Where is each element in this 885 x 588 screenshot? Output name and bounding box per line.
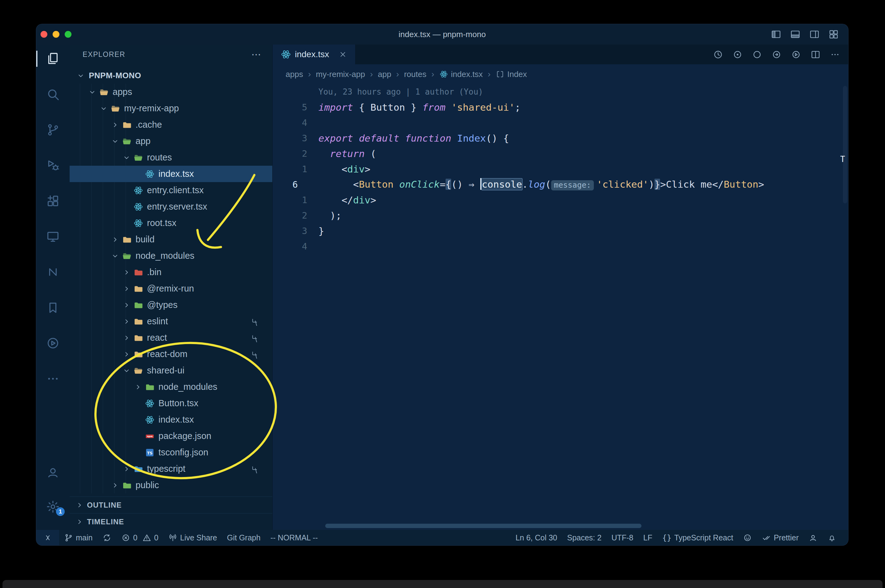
- status-remote-feedback[interactable]: [804, 530, 822, 545]
- status-live-share[interactable]: Live Share: [163, 530, 222, 545]
- tree-item-entry-client-tsx[interactable]: entry.client.tsx: [70, 182, 272, 198]
- status-tweet-feedback[interactable]: [738, 530, 757, 545]
- code-line: 1 <div>: [272, 161, 848, 177]
- activity-extensions-button[interactable]: [36, 191, 70, 211]
- tree-item-bin[interactable]: .bin: [70, 264, 272, 280]
- activity-more-views-button[interactable]: [36, 369, 70, 388]
- tree-item-node-modules[interactable]: node_modules: [70, 379, 272, 395]
- tree-item-label: entry.client.tsx: [147, 185, 204, 195]
- toggle-secondary-sidebar-icon[interactable]: [809, 29, 820, 40]
- breadcrumb-app[interactable]: app: [378, 69, 391, 79]
- run-file-icon[interactable]: [791, 50, 801, 60]
- line-number: 3: [272, 130, 318, 146]
- local-history-icon[interactable]: [713, 50, 723, 60]
- tree-item-label: @types: [147, 300, 178, 310]
- tree-item-index-tsx[interactable]: index.tsx: [70, 411, 272, 428]
- toggle-primary-sidebar-icon[interactable]: [771, 29, 781, 40]
- activity-bookmarks-button[interactable]: [36, 298, 70, 318]
- tree-item-my-remix-app[interactable]: my-remix-app: [70, 100, 272, 117]
- tree-item-public[interactable]: public: [70, 477, 272, 494]
- status-vim-mode[interactable]: -- NORMAL --: [265, 530, 323, 545]
- debug-icon: [46, 158, 60, 172]
- zoom-window-button[interactable]: [65, 31, 71, 38]
- activity-live-share-button[interactable]: [36, 333, 70, 353]
- status-label: 0: [133, 533, 137, 542]
- breadcrumb-index-tsx[interactable]: index.tsx: [439, 69, 483, 80]
- line-number: 1: [272, 161, 318, 177]
- react-icon: [144, 398, 156, 409]
- search-icon: [46, 87, 60, 101]
- activity-settings-button[interactable]: 1: [36, 497, 70, 517]
- tree-item-pnpm-mono[interactable]: PNPM-MONO: [70, 68, 272, 84]
- tree-item-routes[interactable]: routes: [70, 149, 272, 166]
- tree-item-apps[interactable]: apps: [70, 84, 272, 100]
- tree-item-tsconfig-json[interactable]: TStsconfig.json: [70, 444, 272, 460]
- open-changes-icon[interactable]: [771, 50, 782, 60]
- tree-item-typescript[interactable]: typescript: [70, 460, 272, 477]
- activity-source-control-button[interactable]: [36, 120, 70, 140]
- tree-item-shared-ui[interactable]: shared-ui: [70, 362, 272, 379]
- tree-item-cache[interactable]: .cache: [70, 117, 272, 133]
- minimize-window-button[interactable]: [53, 31, 59, 38]
- breadcrumb-apps[interactable]: apps: [286, 69, 303, 79]
- chevron-right-icon: [121, 316, 132, 327]
- activity-accounts-button[interactable]: [36, 462, 70, 482]
- tree-item-app[interactable]: app: [70, 133, 272, 149]
- activity-explorer-button[interactable]: [36, 49, 70, 69]
- toggle-panel-icon[interactable]: [790, 29, 801, 40]
- smiley-icon: [743, 533, 752, 542]
- customize-layout-icon[interactable]: [828, 29, 839, 40]
- tree-item-button-tsx[interactable]: Button.tsx: [70, 395, 272, 411]
- activity-remote-explorer-button[interactable]: [36, 226, 70, 246]
- status-prettier[interactable]: Prettier: [757, 530, 804, 545]
- outline-section[interactable]: OUTLINE: [70, 496, 272, 513]
- timeline-section[interactable]: TIMELINE: [70, 513, 272, 530]
- tree-item-remix-run[interactable]: @remix-run: [70, 280, 272, 297]
- status-git-graph[interactable]: Git Graph: [222, 530, 265, 545]
- activity-run-debug-button[interactable]: [36, 156, 70, 175]
- tab-index-tsx[interactable]: index.tsx: [272, 45, 355, 64]
- toggle-blame-icon[interactable]: [752, 50, 762, 60]
- tree-item-root-tsx[interactable]: root.tsx: [70, 215, 272, 231]
- tree-item-node-modules[interactable]: node_modules: [70, 248, 272, 264]
- status-warnings[interactable]: 0: [142, 530, 163, 545]
- status-git-branch[interactable]: main: [59, 530, 98, 545]
- gitlens-annotate-icon[interactable]: [733, 50, 743, 60]
- activity-nx-console-button[interactable]: [36, 262, 70, 282]
- tree-item-types[interactable]: @types: [70, 297, 272, 313]
- close-window-button[interactable]: [41, 31, 47, 38]
- breadcrumb-my-remix-app[interactable]: my-remix-app: [316, 69, 365, 79]
- tree-item-label: .bin: [147, 267, 161, 277]
- tree-item-react-dom[interactable]: react-dom: [70, 346, 272, 362]
- status-errors[interactable]: 0: [116, 530, 142, 545]
- vertical-scrollbar[interactable]: [843, 86, 847, 203]
- tree-item-eslint[interactable]: eslint: [70, 313, 272, 330]
- tree-item-index-tsx[interactable]: index.tsx: [70, 166, 272, 182]
- horizontal-scrollbar[interactable]: [325, 524, 641, 528]
- tree-item-entry-server-tsx[interactable]: entry.server.tsx: [70, 198, 272, 215]
- tree-item-build[interactable]: build: [70, 231, 272, 248]
- tree-item-react[interactable]: react: [70, 330, 272, 346]
- status-notifications[interactable]: [822, 530, 841, 545]
- status-encoding[interactable]: UTF-8: [607, 530, 638, 545]
- code-editor[interactable]: You, 23 hours ago | 1 author (You) 5impo…: [272, 84, 848, 530]
- status-sync[interactable]: [98, 530, 116, 545]
- ellipsis-icon: [46, 372, 60, 386]
- status-cursor-position[interactable]: Ln 6, Col 30: [510, 530, 562, 545]
- close-tab-icon[interactable]: [339, 50, 347, 59]
- chevron-right-icon: [110, 120, 121, 130]
- status-indentation[interactable]: Spaces: 2: [562, 530, 607, 545]
- more-actions-icon[interactable]: [830, 50, 840, 60]
- split-editor-icon[interactable]: [810, 50, 821, 60]
- folder-icon: [132, 349, 144, 360]
- activity-search-button[interactable]: [36, 84, 70, 104]
- status-remote-indicator[interactable]: [36, 530, 59, 545]
- status-language-mode[interactable]: {}TypeScript React: [657, 530, 738, 545]
- status-eol[interactable]: LF: [638, 530, 657, 545]
- explorer-more-actions-icon[interactable]: ⋯: [251, 48, 262, 60]
- breadcrumb-index[interactable]: Index: [495, 69, 527, 80]
- tree-item-package-json[interactable]: npmpackage.json: [70, 428, 272, 444]
- breadcrumb-routes[interactable]: routes: [404, 69, 426, 79]
- status-label: 0: [154, 533, 158, 542]
- tree-item-label: shared-ui: [147, 365, 184, 376]
